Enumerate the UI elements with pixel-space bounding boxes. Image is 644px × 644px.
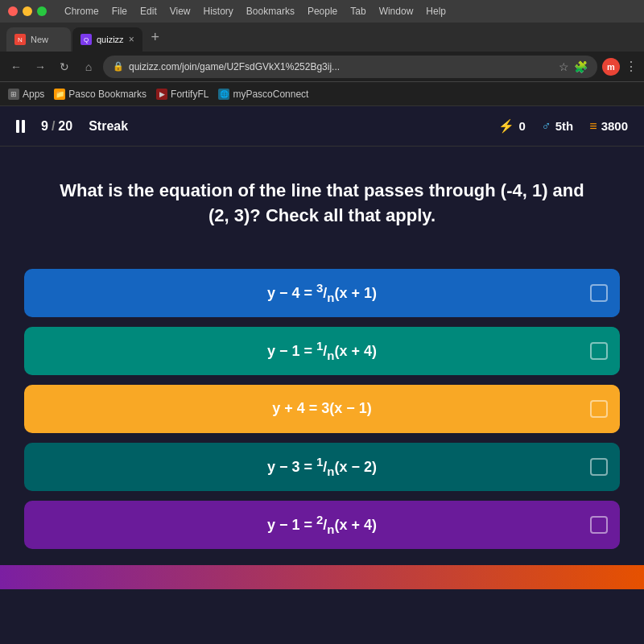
bookmark-mypasco[interactable]: 🌐 myPascoConnect — [218, 89, 308, 100]
answer-5-checkbox — [590, 516, 608, 534]
question-progress: 9 / 20 — [41, 119, 72, 134]
rank-stat: ♂ 5th — [542, 119, 574, 134]
pasco-folder-icon: 📁 — [54, 89, 65, 100]
menu-bookmarks[interactable]: Bookmarks — [242, 6, 299, 17]
game-header: 9 / 20 Streak ⚡ 0 ♂ 5th ≡ 3800 — [0, 106, 644, 147]
rank-icon: ♂ — [542, 119, 551, 134]
more-options-button[interactable]: ⋮ — [625, 59, 638, 74]
question-area: What is the equation of the line that pa… — [0, 147, 644, 253]
answer-4-text: y − 3 = 1/n(x − 2) — [267, 455, 377, 478]
question-total: 20 — [58, 119, 72, 134]
bookmark-apps-label: Apps — [23, 89, 44, 100]
answer-2-checkbox — [590, 342, 608, 360]
lock-icon: 🔒 — [113, 61, 124, 72]
answer-1-checkbox — [590, 284, 608, 302]
answer-1-text: y − 4 = 3/n(x + 1) — [267, 281, 377, 304]
close-window-btn[interactable] — [8, 6, 18, 16]
new-tab-button[interactable]: + — [144, 26, 167, 48]
tab-favicon-new: N — [14, 34, 26, 45]
pause-button[interactable] — [16, 120, 25, 133]
mypasco-icon: 🌐 — [218, 89, 229, 100]
bookmark-fortifyfl[interactable]: ▶ FortifyFL — [156, 89, 208, 100]
extensions-icon[interactable]: 🧩 — [574, 60, 588, 73]
profile-avatar[interactable]: m — [602, 58, 620, 76]
rank-value: 5th — [555, 119, 574, 133]
menu-chrome[interactable]: Chrome — [60, 6, 104, 17]
lightning-icon: ⚡ — [498, 118, 514, 134]
answer-2-text: y − 1 = 1/n(x + 4) — [267, 339, 377, 362]
menu-tab[interactable]: Tab — [345, 6, 370, 17]
menu-view[interactable]: View — [165, 6, 196, 17]
menu-history[interactable]: History — [199, 6, 238, 17]
bookmark-pasco[interactable]: 📁 Pasco Bookmarks — [54, 89, 147, 100]
nav-bar: ← → ↻ ⌂ 🔒 quizizz.com/join/game/U2FsdGVk… — [0, 52, 644, 82]
lightning-value: 0 — [518, 119, 525, 133]
tab-label-new: New — [31, 35, 48, 44]
bottom-decoration — [0, 565, 644, 589]
menu-edit[interactable]: Edit — [135, 6, 162, 17]
minimize-window-btn[interactable] — [23, 6, 32, 16]
tab-close-btn[interactable]: × — [129, 34, 134, 45]
tab-favicon-quizizz: Q — [80, 34, 92, 45]
title-bar: Chrome File Edit View History Bookmarks … — [0, 0, 644, 23]
answer-1[interactable]: y − 4 = 3/n(x + 1) — [24, 269, 620, 317]
bookmarks-bar: ⊞ Apps 📁 Pasco Bookmarks ▶ FortifyFL 🌐 m… — [0, 82, 644, 106]
forward-button[interactable]: → — [31, 57, 50, 76]
refresh-button[interactable]: ↻ — [55, 57, 74, 76]
coins-icon: ≡ — [589, 119, 597, 134]
question-current: 9 — [41, 119, 48, 134]
bookmark-apps[interactable]: ⊞ Apps — [8, 89, 44, 100]
menu-help[interactable]: Help — [421, 6, 451, 17]
apps-icon: ⊞ — [8, 89, 19, 100]
maximize-window-btn[interactable] — [37, 6, 47, 16]
tab-label-quizizz: quizizz — [97, 35, 124, 44]
answer-3[interactable]: y + 4 = 3(x − 1) — [24, 385, 620, 433]
streak-label: Streak — [89, 119, 128, 134]
answer-3-text: y + 4 = 3(x − 1) — [272, 400, 372, 417]
coins-stat: ≡ 3800 — [589, 119, 628, 134]
menu-window[interactable]: Window — [374, 6, 419, 17]
coins-value: 3800 — [601, 119, 628, 133]
pause-bar-2 — [22, 120, 25, 133]
bookmark-pasco-label: Pasco Bookmarks — [68, 89, 147, 100]
answer-3-checkbox — [590, 400, 608, 418]
answers-area: y − 4 = 3/n(x + 1) y − 1 = 1/n(x + 4) y … — [0, 253, 644, 565]
answer-2[interactable]: y − 1 = 1/n(x + 4) — [24, 327, 620, 375]
lightning-stat: ⚡ 0 — [498, 118, 525, 134]
fortify-icon: ▶ — [156, 89, 167, 100]
tab-new[interactable]: N New — [6, 27, 71, 52]
bookmark-mypasco-label: myPascoConnect — [233, 89, 308, 100]
answer-5[interactable]: y − 1 = 2/n(x + 4) — [24, 501, 620, 549]
address-text: quizizz.com/join/game/U2FsdGVkX1%252Bg3i… — [129, 61, 554, 72]
tab-bar: N New Q quizizz × + — [0, 23, 644, 52]
answer-4-checkbox — [590, 458, 608, 476]
question-text: What is the equation of the line that pa… — [48, 179, 596, 229]
answer-4[interactable]: y − 3 = 1/n(x − 2) — [24, 443, 620, 491]
back-button[interactable]: ← — [6, 57, 26, 76]
bookmark-fortify-label: FortifyFL — [171, 89, 208, 100]
answer-5-text: y − 1 = 2/n(x + 4) — [267, 513, 377, 536]
progress-slash: / — [52, 119, 55, 134]
pause-bar-1 — [16, 120, 19, 133]
address-bar[interactable]: 🔒 quizizz.com/join/game/U2FsdGVkX1%252Bg… — [103, 56, 597, 78]
bookmark-star-icon[interactable]: ☆ — [559, 60, 569, 73]
menu-people[interactable]: People — [303, 6, 342, 17]
home-button[interactable]: ⌂ — [79, 57, 98, 76]
menu-file[interactable]: File — [107, 6, 132, 17]
tab-quizizz[interactable]: Q quizizz × — [72, 27, 142, 52]
